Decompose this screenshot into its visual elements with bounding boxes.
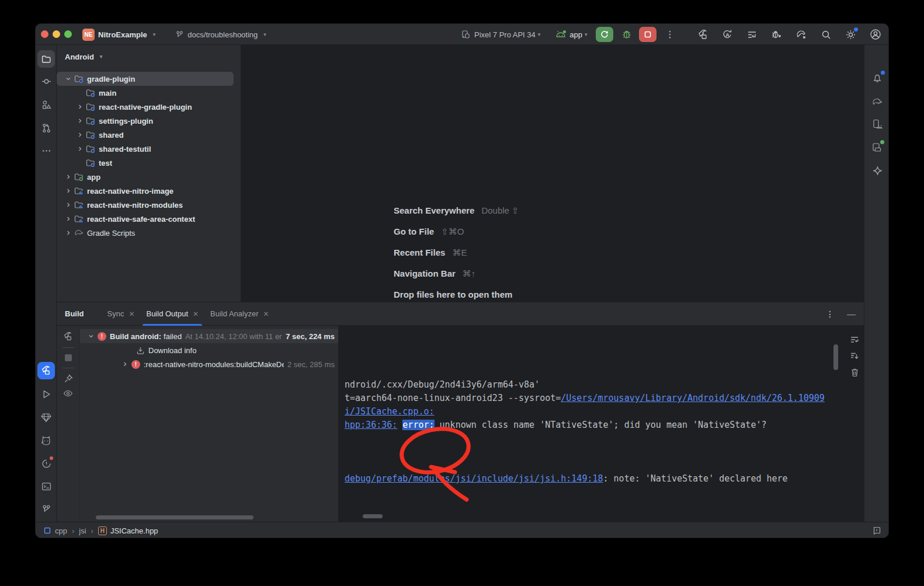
account-icon[interactable] [870,29,881,40]
tree-item-shared[interactable]: shared [57,128,241,142]
pull-requests-tool-button[interactable] [37,119,55,137]
tree-item-shared-testutil[interactable]: shared-testutil [57,142,241,156]
console-line [397,420,402,430]
module-folder-icon [85,116,96,125]
soft-wrap-icon[interactable] [850,335,859,344]
tree-item-gradle-scripts[interactable]: Gradle Scripts [57,226,241,240]
console-file-link[interactable]: i/JSICache.cpp.o: [345,406,435,417]
android-icon [555,30,566,39]
project-tool-button[interactable] [37,50,55,68]
branch-selector[interactable]: docs/troubleshooting ▾ [175,30,266,39]
run-tool-button[interactable] [37,385,55,403]
settings-gear-icon[interactable] [845,29,856,40]
commit-tool-button[interactable] [37,72,55,90]
profiler-icon[interactable] [746,29,758,40]
vertical-scrollbar-thumb[interactable] [833,344,838,370]
show-options-eye-icon[interactable] [63,389,73,397]
tab-label: Build Analyzer [210,309,258,318]
close-tab-icon[interactable]: ✕ [193,310,199,318]
console-file-link[interactable]: debug/prefab/modules/jsi/include/jsi/jsi… [345,473,603,484]
notification-dot [881,71,885,75]
breadcrumb-jsi[interactable]: jsi [79,526,86,535]
tree-item-gradle-plugin[interactable]: gradle-plugin [57,72,234,86]
chevron-right-icon[interactable] [64,188,73,194]
chevron-right-icon[interactable] [75,146,85,152]
console-file-link[interactable]: /Users/mrousavy/Library/Android/sdk/ndk/… [561,393,825,403]
device-selector[interactable]: Pixel 7 Pro API 34 [474,30,536,39]
gradle-sync-icon[interactable] [796,29,807,40]
gemini-button[interactable] [869,162,886,179]
search-icon[interactable] [821,29,832,40]
app-quality-insights-button[interactable] [37,409,55,426]
rerun-button[interactable] [596,27,613,42]
project-view-selector[interactable]: Android ▾ [57,45,241,68]
tree-item-settings-plugin[interactable]: settings-plugin [57,114,241,128]
chevron-down-icon[interactable] [88,333,94,339]
version-control-tool-button[interactable] [37,500,55,518]
chevron-right-icon[interactable] [75,132,85,138]
right-tool-stripe [864,45,889,522]
stop-button[interactable] [639,27,656,42]
tree-item-react-native-nitro-modules[interactable]: react-native-nitro-modules [57,198,241,212]
build-tool-button[interactable] [37,362,55,379]
chevron-right-icon[interactable] [64,230,73,236]
running-devices-button[interactable] [869,138,886,156]
build-node-cmake-task[interactable]: ! :react-native-nitro-modules:buildCMake… [80,357,338,371]
scroll-to-end-icon[interactable] [850,351,859,361]
attach-debugger-icon[interactable] [771,29,782,40]
zoom-window-button[interactable] [64,30,72,38]
project-selector[interactable]: NitroExample [98,30,147,39]
device-manager-button[interactable] [869,116,886,133]
build-root-node[interactable]: ! Build android: failed At 14.10.24, 12:… [80,329,338,343]
chevron-right-icon[interactable] [64,202,73,208]
build-output-console: ndroid/.cxx/Debug/2nd4i3y6/arm64-v8a' t=… [338,326,864,522]
build-hammer-icon[interactable] [697,29,708,40]
breadcrumb-file[interactable]: JSICache.hpp [110,526,158,535]
event-log-icon[interactable] [872,526,881,535]
more-vertical-icon[interactable]: ⋮ [666,29,675,40]
chevron-right-icon[interactable] [122,361,128,367]
more-tools-button[interactable] [37,142,55,159]
tree-item-test[interactable]: test [57,156,241,170]
shortcut-label: Go to File [394,226,434,236]
close-window-button[interactable] [41,30,48,38]
problems-tool-button[interactable] [37,455,55,472]
chevron-right-icon[interactable] [75,104,85,110]
close-tab-icon[interactable]: ✕ [263,310,269,318]
terminal-tool-button[interactable] [37,477,55,495]
notifications-button[interactable] [869,69,886,87]
debug-bug-icon[interactable] [621,29,632,40]
build-node-download-info[interactable]: Download info [80,343,338,357]
chevron-down-icon[interactable] [64,76,73,82]
run-config-selector[interactable]: app [569,30,582,39]
tab-build-analyzer[interactable]: Build Analyzer ✕ [204,302,275,326]
pin-icon[interactable] [64,374,73,383]
resource-manager-tool-button[interactable] [37,96,55,113]
tree-item-app[interactable]: app [57,170,241,184]
horizontal-scrollbar-thumb[interactable] [363,514,383,518]
gradle-tool-button[interactable] [869,93,886,110]
chevron-right-icon[interactable] [64,174,73,180]
tree-item-react-native-nitro-image[interactable]: react-native-nitro-image [57,184,241,198]
rerun-build-hammer-icon[interactable] [63,332,73,341]
tab-build-output[interactable]: Build Output ✕ [140,302,204,326]
tree-item-main[interactable]: main [57,86,241,100]
project-view-label: Android [65,53,94,61]
tree-item-react-native-gradle-plugin[interactable]: react-native-gradle-plugin [57,100,241,114]
tab-sync[interactable]: Sync ✕ [102,302,141,326]
clear-all-trash-icon[interactable] [850,368,859,377]
minimize-window-button[interactable] [53,30,60,38]
breadcrumb-cpp[interactable]: cpp [55,526,67,535]
horizontal-scrollbar-thumb[interactable] [96,515,253,519]
tree-item-react-native-safe-area-context[interactable]: react-native-safe-area-context [57,212,241,226]
more-vertical-icon[interactable]: ⋮ [826,309,834,319]
close-tab-icon[interactable]: ✕ [128,310,134,318]
logcat-tool-button[interactable] [37,432,55,449]
hide-minimize-icon[interactable]: — [847,309,856,319]
shortcut-label: Navigation Bar [394,268,456,278]
chevron-right-icon[interactable] [64,216,73,222]
project-folder-icon [41,54,51,64]
console-file-link[interactable]: hpp:36:36: [345,420,397,430]
chevron-right-icon[interactable] [75,118,85,124]
apply-changes-icon[interactable]: A [722,29,733,40]
